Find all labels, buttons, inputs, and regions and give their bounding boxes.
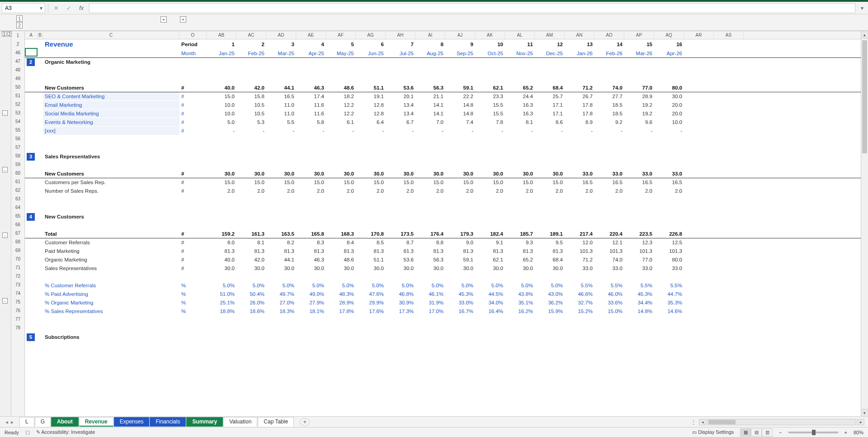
col-header-B[interactable]: B (38, 31, 43, 39)
month-name[interactable]: Jan-25 (207, 49, 236, 57)
data-cell[interactable]: 2.0 (415, 187, 445, 195)
data-cell[interactable]: 36.2% (535, 299, 565, 307)
data-cell[interactable]: 12.1 (594, 238, 624, 247)
period-num[interactable]: 13 (565, 39, 594, 49)
data-cell[interactable]: 15.0 (445, 178, 475, 186)
data-cell[interactable]: 10.0 (654, 118, 684, 126)
data-cell[interactable]: 15.5 (475, 101, 505, 109)
row-header-74[interactable]: 74 (11, 289, 24, 298)
cell[interactable] (25, 49, 38, 57)
unit-cell[interactable]: # (179, 187, 207, 195)
row-header-51[interactable]: 51 (11, 91, 24, 100)
outline-level-2[interactable]: 2 (16, 22, 23, 28)
col-header-AI[interactable]: AI (415, 31, 445, 39)
row-header-55[interactable]: 55 (11, 126, 24, 134)
data-cell[interactable]: 2.0 (356, 187, 386, 195)
row-header-53[interactable]: 53 (11, 109, 24, 117)
col-header-AG[interactable]: AG (356, 31, 386, 39)
cell-b[interactable] (38, 187, 43, 195)
data-cell[interactable]: 33.0 (594, 170, 624, 178)
data-cell[interactable]: - (535, 127, 565, 135)
col-header-AE[interactable]: AE (296, 31, 326, 39)
row-header-56[interactable]: 56 (11, 134, 24, 143)
data-cell[interactable]: 25.7 (535, 92, 565, 100)
section-title[interactable]: Organic Marketing (43, 58, 179, 66)
data-cell[interactable]: 16.5 (266, 92, 296, 100)
data-cell[interactable]: 34.0% (475, 299, 505, 307)
col-header-AB[interactable]: AB (207, 31, 236, 39)
row-header-1[interactable]: 1 (11, 31, 24, 40)
name-box-dropdown-icon[interactable]: ▾ (38, 5, 45, 11)
month-name[interactable]: Apr-25 (296, 49, 326, 57)
data-cell[interactable]: - (326, 127, 356, 135)
data-cell[interactable]: 8.6 (535, 118, 565, 126)
month-name[interactable]: Feb-25 (236, 49, 266, 57)
data-cell[interactable]: 33.0 (594, 264, 624, 272)
data-cell[interactable]: 53.6 (386, 256, 415, 264)
data-cell[interactable]: 17.3% (386, 307, 415, 315)
data-cell[interactable]: 12.2 (326, 109, 356, 118)
data-cell[interactable]: 226.8 (654, 230, 684, 238)
row-label[interactable]: Customer Referrals (43, 238, 179, 247)
row-header-73[interactable]: 73 (11, 280, 24, 289)
data-cell[interactable]: 8.8 (415, 238, 445, 247)
data-cell[interactable]: 27.9% (296, 299, 326, 307)
data-cell[interactable]: 34.4% (624, 299, 654, 307)
cell-b[interactable] (38, 92, 43, 100)
data-cell[interactable]: 9.1 (475, 238, 505, 247)
data-cell[interactable]: 17.8 (565, 109, 594, 118)
data-cell[interactable]: 14.6% (654, 307, 684, 315)
data-cell[interactable]: 17.0% (415, 307, 445, 315)
cell[interactable] (25, 221, 703, 229)
data-cell[interactable]: 9.5 (535, 238, 565, 247)
cell-b[interactable] (38, 290, 43, 298)
cell[interactable] (25, 324, 703, 332)
data-cell[interactable]: 12.8 (356, 109, 386, 118)
data-cell[interactable]: 2.0 (505, 187, 535, 195)
sheet-tab-expenses[interactable]: Expenses (114, 417, 150, 427)
data-cell[interactable]: 74.0 (594, 84, 624, 92)
formula-input[interactable] (89, 3, 855, 13)
row-label[interactable]: New Customers (43, 84, 179, 92)
data-cell[interactable]: - (266, 127, 296, 135)
col-header-AC[interactable]: AC (236, 31, 266, 39)
data-cell[interactable]: 56.3 (415, 84, 445, 92)
period-num[interactable]: 3 (266, 39, 296, 49)
data-cell[interactable]: 173.5 (386, 230, 415, 238)
data-cell[interactable]: 5.0% (535, 281, 565, 290)
data-cell[interactable]: 5.3 (236, 118, 266, 126)
cell-b[interactable] (38, 264, 43, 272)
data-cell[interactable]: 40.0 (207, 84, 236, 92)
row-label[interactable]: Sales Representatives (43, 264, 179, 272)
cell[interactable] (25, 75, 703, 83)
name-box-input[interactable] (2, 5, 38, 11)
data-cell[interactable]: 80.0 (654, 84, 684, 92)
month-name[interactable]: Feb-26 (594, 49, 624, 57)
data-cell[interactable]: 22.2 (445, 92, 475, 100)
sheet-tab-financials[interactable]: Financials (150, 417, 186, 427)
data-cell[interactable]: 30.0 (356, 170, 386, 178)
data-cell[interactable]: - (236, 127, 266, 135)
view-page-break-icon[interactable]: ▥ (762, 428, 773, 437)
cell[interactable] (25, 135, 703, 143)
spreadsheet-grid[interactable]: RevenuePeriod12345678910111213141516Mont… (25, 39, 861, 416)
data-cell[interactable]: 27.7 (594, 92, 624, 100)
outline-collapse-icon[interactable]: + (160, 16, 167, 23)
data-cell[interactable]: 10.5 (236, 109, 266, 118)
sheet-tab-revenue[interactable]: Revenue (79, 417, 113, 427)
data-cell[interactable]: 185.7 (505, 230, 535, 238)
section-title[interactable]: Sales Representatives (43, 152, 179, 161)
cell-a[interactable] (25, 290, 38, 298)
sheet-tab-cap-table[interactable]: Cap Table (258, 417, 294, 427)
fx-icon[interactable]: fx (76, 3, 86, 13)
month-name[interactable]: Oct-25 (475, 49, 505, 57)
col-header-AN[interactable]: AN (565, 31, 594, 39)
cell[interactable] (38, 152, 43, 161)
data-cell[interactable]: 30.0 (535, 170, 565, 178)
data-cell[interactable]: 5.0% (236, 281, 266, 290)
data-cell[interactable]: 33.0 (565, 264, 594, 272)
data-cell[interactable]: 46.6% (565, 290, 594, 298)
data-cell[interactable]: 5.0% (415, 281, 445, 290)
data-cell[interactable]: 101.3 (565, 247, 594, 255)
data-cell[interactable]: 17.8% (326, 307, 356, 315)
